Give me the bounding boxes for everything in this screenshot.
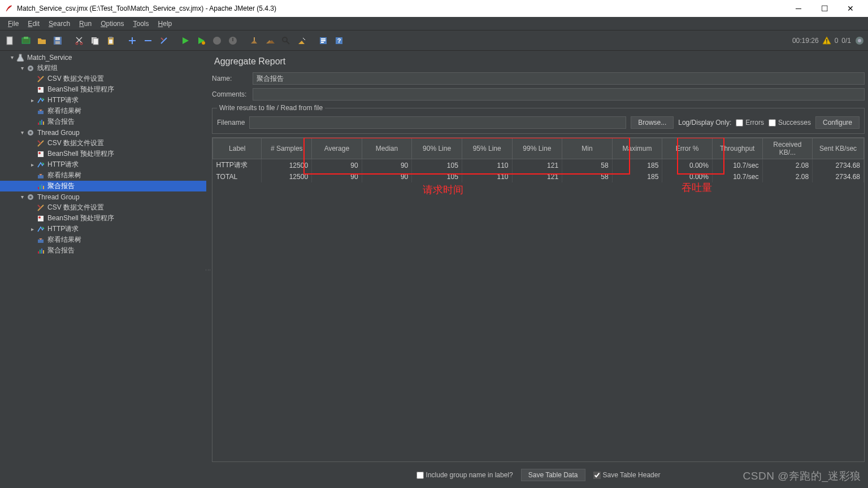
menu-help[interactable]: Help <box>154 19 177 29</box>
tree-item[interactable]: ▾Thread Group <box>0 191 206 202</box>
column-header[interactable]: 99% Line <box>512 138 562 159</box>
warning-icon[interactable] <box>822 36 831 45</box>
tree-item[interactable]: ▾Thread Group <box>0 127 206 138</box>
column-header[interactable]: Sent KB/sec <box>813 138 864 159</box>
tree-item-label: 聚合报告 <box>47 246 75 255</box>
configure-button[interactable]: Configure <box>815 116 860 129</box>
column-header[interactable]: Maximum <box>612 138 662 159</box>
filename-input[interactable] <box>249 116 626 129</box>
svg-rect-25 <box>826 39 827 42</box>
browse-button[interactable]: Browse... <box>631 116 674 129</box>
tree-arrow-icon[interactable]: ▾ <box>18 194 26 200</box>
svg-rect-11 <box>109 37 112 38</box>
menu-search[interactable]: Search <box>44 19 75 29</box>
column-header[interactable]: Throughput <box>712 138 762 159</box>
start-icon[interactable] <box>179 34 192 47</box>
reset-search-icon[interactable] <box>295 34 309 47</box>
column-header[interactable]: # Samples <box>262 138 312 159</box>
errors-checkbox[interactable]: Errors <box>736 119 764 127</box>
tree-arrow-icon[interactable]: ▾ <box>8 54 16 60</box>
splitter-handle[interactable]: ⋮ <box>206 51 210 488</box>
clear-icon[interactable] <box>248 34 261 47</box>
table-cell: 105 <box>412 171 462 182</box>
svg-rect-34 <box>38 123 39 125</box>
window-minimize-button[interactable]: ─ <box>785 0 811 17</box>
svg-rect-55 <box>43 250 44 254</box>
aggregate-table[interactable]: Label# SamplesAverageMedian90% Line95% L… <box>212 137 865 462</box>
table-row[interactable]: HTTP请求125009090105110121581850.00%10.7/s… <box>213 159 864 172</box>
tree-arrow-icon[interactable]: ▸ <box>28 162 36 168</box>
tree-arrow-icon[interactable]: ▾ <box>18 129 26 136</box>
stop-icon[interactable] <box>210 34 224 47</box>
svg-rect-45 <box>41 184 42 189</box>
tree-item[interactable]: CSV 数据文件设置 <box>0 73 206 84</box>
tree-item[interactable]: ▾Match_Service <box>0 52 206 63</box>
tree-item-label: HTTP请求 <box>47 160 79 169</box>
column-header[interactable]: Median <box>362 138 412 159</box>
gear-icon <box>26 64 35 73</box>
collapse-icon[interactable] <box>141 34 155 47</box>
function-helper-icon[interactable] <box>316 34 330 47</box>
tree-item[interactable]: 察看结果树 <box>0 106 206 116</box>
column-header[interactable]: Average <box>312 138 362 159</box>
paste-icon[interactable] <box>104 34 118 47</box>
tree-item[interactable]: 聚合报告 <box>0 116 206 127</box>
table-cell: 121 <box>512 159 562 172</box>
tree-item[interactable]: ▸HTTP请求 <box>0 95 206 106</box>
table-row[interactable]: TOTAL125009090105110121581850.00%10.7/se… <box>213 171 864 182</box>
templates-icon[interactable] <box>19 34 33 47</box>
tree-item[interactable]: BeanShell 预处理程序 <box>0 84 206 95</box>
copy-icon[interactable] <box>88 34 102 47</box>
clear-all-icon[interactable] <box>263 34 277 47</box>
tree-item[interactable]: CSV 数据文件设置 <box>0 138 206 149</box>
column-header[interactable]: Label <box>213 138 262 159</box>
bean-icon <box>36 214 45 223</box>
menu-options[interactable]: Options <box>96 19 128 29</box>
tree-item[interactable]: BeanShell 预处理程序 <box>0 149 206 159</box>
window-maximize-button[interactable]: ☐ <box>811 0 837 17</box>
svg-rect-4 <box>55 37 60 40</box>
tree-item[interactable]: 聚合报告 <box>0 245 206 256</box>
search-icon[interactable] <box>279 34 293 47</box>
name-input[interactable] <box>253 72 865 85</box>
tree-arrow-icon[interactable]: ▾ <box>18 65 26 71</box>
tree-arrow-icon[interactable]: ▸ <box>28 226 36 232</box>
tree-item[interactable]: 察看结果树 <box>0 234 206 245</box>
expand-icon[interactable] <box>125 34 139 47</box>
column-header[interactable]: 95% Line <box>462 138 512 159</box>
column-header[interactable]: Received KB/... <box>762 138 813 159</box>
menu-tools[interactable]: Tools <box>129 19 154 29</box>
tree-item-label: 聚合报告 <box>47 117 75 127</box>
comments-input[interactable] <box>253 88 865 101</box>
column-header[interactable]: Min <box>562 138 613 159</box>
save-icon[interactable] <box>51 34 64 47</box>
column-header[interactable]: 90% Line <box>412 138 462 159</box>
window-close-button[interactable]: ✕ <box>837 0 863 17</box>
open-icon[interactable] <box>35 34 49 47</box>
tree-item[interactable]: CSV 数据文件设置 <box>0 202 206 213</box>
tree-item[interactable]: ▾线程组 <box>0 63 206 73</box>
cut-icon[interactable] <box>72 34 86 47</box>
save-table-data-button[interactable]: Save Table Data <box>521 469 585 481</box>
save-table-header-checkbox[interactable]: Save Table Header <box>593 471 661 479</box>
menu-edit[interactable]: Edit <box>23 19 44 29</box>
successes-checkbox[interactable]: Successes <box>769 119 811 127</box>
table-cell: 185 <box>612 171 662 182</box>
menu-run[interactable]: Run <box>75 19 96 29</box>
shutdown-icon[interactable] <box>226 34 240 47</box>
toggle-icon[interactable] <box>157 34 171 47</box>
column-header[interactable]: Error % <box>662 138 713 159</box>
tree-item[interactable]: 聚合报告 <box>0 181 206 191</box>
start-no-pause-icon[interactable] <box>194 34 208 47</box>
tree-item[interactable]: ▸HTTP请求 <box>0 224 206 234</box>
new-icon[interactable] <box>3 34 17 47</box>
include-group-checkbox[interactable]: Include group name in label? <box>416 471 513 479</box>
threads-icon[interactable] <box>854 36 865 46</box>
tree-item[interactable]: BeanShell 预处理程序 <box>0 213 206 224</box>
tree-item[interactable]: 察看结果树 <box>0 170 206 181</box>
tree-arrow-icon[interactable]: ▸ <box>28 97 36 103</box>
test-plan-tree[interactable]: ▾Match_Service▾线程组CSV 数据文件设置BeanShell 预处… <box>0 51 206 488</box>
menu-file[interactable]: File <box>3 19 23 29</box>
tree-item[interactable]: ▸HTTP请求 <box>0 159 206 170</box>
help-icon[interactable]: ? <box>332 34 346 47</box>
